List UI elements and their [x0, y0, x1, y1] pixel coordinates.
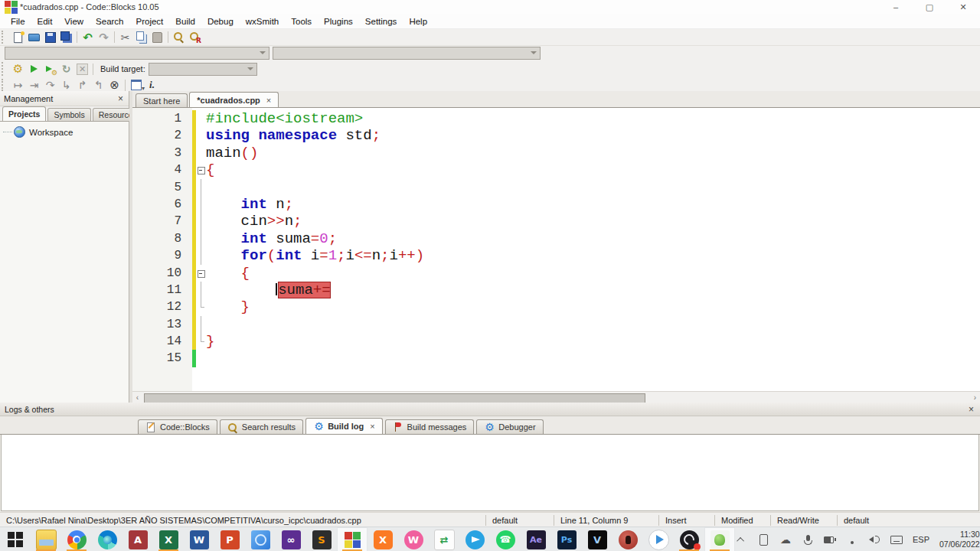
- taskbar-red-circle-app[interactable]: [612, 527, 643, 551]
- tab-close-icon[interactable]: [266, 96, 271, 105]
- debugging-windows-icon[interactable]: [129, 78, 143, 92]
- taskbar-edge[interactable]: [92, 527, 122, 551]
- paste-icon[interactable]: [150, 31, 165, 44]
- code-line[interactable]: 8 int suma=0;: [132, 230, 980, 247]
- volume-icon[interactable]: [868, 533, 880, 546]
- logs-close-icon[interactable]: [967, 405, 975, 414]
- abort-icon[interactable]: [75, 62, 90, 76]
- save-all-icon[interactable]: [59, 31, 74, 44]
- redo-icon[interactable]: [96, 31, 111, 44]
- menu-item-wxsmith[interactable]: wxSmith: [240, 17, 285, 26]
- taskbar-powerpoint[interactable]: P: [214, 527, 245, 551]
- toolbar-grip[interactable]: [2, 31, 8, 44]
- microphone-icon[interactable]: [802, 533, 814, 546]
- menu-item-view[interactable]: View: [58, 17, 90, 26]
- next-line-icon[interactable]: [43, 78, 57, 92]
- various-info-icon[interactable]: [145, 78, 159, 92]
- taskbar-excel[interactable]: X: [153, 527, 184, 551]
- menu-item-build[interactable]: Build: [169, 17, 201, 26]
- code-line[interactable]: 1#include<iostream>: [132, 110, 980, 127]
- taskbar-route-app[interactable]: ⇄: [429, 527, 459, 551]
- scroll-left-arrow[interactable]: ‹: [132, 393, 142, 402]
- scrollbar-thumb[interactable]: [144, 393, 645, 403]
- copy-icon[interactable]: [134, 31, 149, 44]
- taskbar-photoshop[interactable]: Ps: [551, 527, 582, 551]
- keyboard-icon[interactable]: [890, 533, 903, 546]
- taskbar-telegram[interactable]: [459, 527, 490, 551]
- toolbar-grip[interactable]: [2, 79, 8, 91]
- build-and-run-icon[interactable]: [43, 62, 57, 76]
- menu-item-tools[interactable]: Tools: [285, 17, 318, 26]
- menu-item-debug[interactable]: Debug: [201, 17, 240, 26]
- code-line[interactable]: 14}: [132, 333, 980, 350]
- step-into-icon[interactable]: [59, 78, 74, 92]
- menu-item-edit[interactable]: Edit: [31, 17, 59, 26]
- chevron-up-icon[interactable]: [735, 533, 747, 546]
- editor-tab-start-here[interactable]: Start here: [136, 93, 188, 107]
- taskbar-visual-studio[interactable]: ∞: [276, 527, 306, 551]
- code-line[interactable]: 13: [132, 316, 980, 333]
- run-to-cursor-icon[interactable]: [27, 78, 41, 92]
- code-line[interactable]: 9 for(int i=1;i<=n;i++): [132, 247, 980, 264]
- code-line[interactable]: 11 suma+=: [132, 282, 980, 298]
- management-tab-projects[interactable]: Projects: [2, 106, 46, 121]
- log-tab-search-results[interactable]: Search results: [220, 419, 303, 434]
- taskbar-start[interactable]: [0, 527, 31, 551]
- step-out-icon[interactable]: [91, 78, 106, 92]
- taskbar-after-effects[interactable]: Ae: [521, 527, 551, 551]
- open-file-icon[interactable]: [27, 31, 41, 44]
- code-line[interactable]: 6 int n;: [132, 196, 980, 213]
- cloud-icon[interactable]: [779, 533, 792, 546]
- minimize-button[interactable]: –: [879, 0, 913, 14]
- taskbar-media-player[interactable]: [643, 527, 674, 551]
- menu-item-plugins[interactable]: Plugins: [318, 17, 359, 26]
- code-editor[interactable]: 1#include<iostream>2using namespace std;…: [132, 108, 980, 391]
- find-icon[interactable]: [172, 31, 186, 44]
- close-button[interactable]: ✕: [946, 0, 980, 14]
- menu-item-project[interactable]: Project: [130, 17, 170, 26]
- run-icon[interactable]: [27, 62, 41, 76]
- code-line[interactable]: 2using namespace std;: [132, 127, 980, 144]
- fold-collapse-icon[interactable]: [196, 265, 206, 282]
- replace-icon[interactable]: [188, 31, 202, 44]
- menu-item-help[interactable]: Help: [403, 17, 433, 26]
- taskbar-file-explorer[interactable]: [31, 527, 61, 551]
- scroll-right-arrow[interactable]: ›: [970, 393, 980, 402]
- language-indicator[interactable]: ESP: [913, 535, 929, 544]
- log-tab-build-messages[interactable]: Build messages: [385, 419, 475, 434]
- stop-debugger-icon[interactable]: [107, 78, 122, 92]
- log-tab-debugger[interactable]: Debugger: [476, 419, 543, 434]
- phone-icon[interactable]: [757, 533, 769, 546]
- undo-icon[interactable]: [80, 31, 95, 44]
- maximize-button[interactable]: ▢: [913, 0, 946, 14]
- taskbar-whatsapp[interactable]: [490, 527, 521, 551]
- taskbar-chrome[interactable]: [61, 527, 92, 551]
- fold-collapse-icon[interactable]: [196, 161, 206, 178]
- editor-tab--cuadrados-cpp[interactable]: *cuadrados.cpp: [189, 92, 279, 107]
- build-icon[interactable]: [11, 62, 25, 76]
- taskbar-vegas[interactable]: V: [582, 527, 612, 551]
- log-tab-code-blocks[interactable]: Code::Blocks: [138, 419, 217, 434]
- taskbar-obs[interactable]: [674, 527, 704, 551]
- menu-item-search[interactable]: Search: [90, 17, 129, 26]
- code-line[interactable]: 7 cin>>n;: [132, 213, 980, 230]
- taskbar-word[interactable]: W: [184, 527, 214, 551]
- log-tab-build-log[interactable]: Build log: [305, 418, 382, 434]
- code-line[interactable]: 10 {: [132, 265, 980, 282]
- battery-icon[interactable]: [824, 533, 836, 546]
- rebuild-icon[interactable]: [59, 62, 74, 76]
- function-combobox[interactable]: [273, 47, 541, 60]
- menu-item-settings[interactable]: Settings: [359, 17, 403, 26]
- management-tab-symbols[interactable]: Symbols: [47, 108, 90, 121]
- save-icon[interactable]: [43, 31, 57, 44]
- cut-icon[interactable]: [118, 31, 132, 44]
- taskbar-photos[interactable]: [245, 527, 276, 551]
- new-file-icon[interactable]: [11, 31, 25, 44]
- taskbar-green-app[interactable]: [704, 527, 735, 551]
- taskbar-access[interactable]: A: [122, 527, 153, 551]
- menu-item-file[interactable]: File: [5, 17, 31, 26]
- code-line[interactable]: 4{: [132, 161, 980, 178]
- tab-close-icon[interactable]: [370, 422, 374, 431]
- debug-continue-icon[interactable]: [11, 78, 25, 92]
- wifi-icon[interactable]: [846, 533, 858, 546]
